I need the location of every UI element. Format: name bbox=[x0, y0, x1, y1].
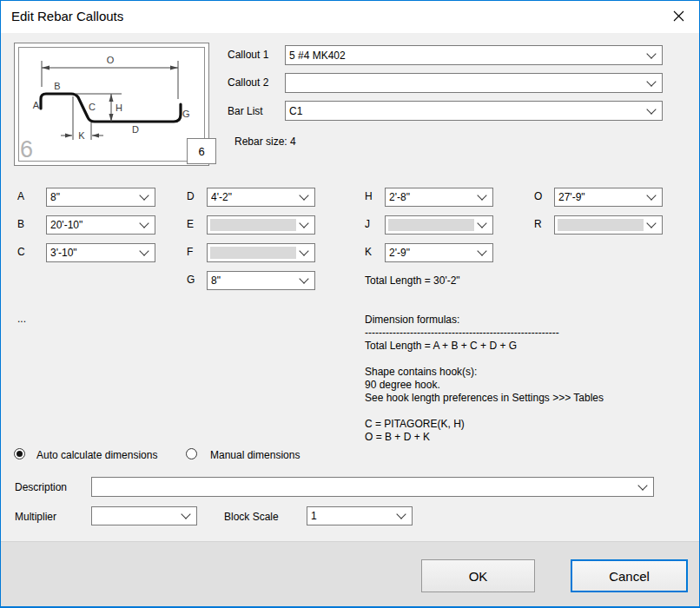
dim-b-label: B bbox=[17, 218, 24, 230]
chevron-down-icon bbox=[646, 76, 656, 86]
dim-j-label: J bbox=[365, 218, 370, 230]
chevron-down-icon bbox=[477, 190, 486, 200]
dim-e-select bbox=[207, 215, 315, 235]
chevron-down-icon bbox=[477, 246, 486, 255]
chevron-down-icon bbox=[139, 190, 149, 200]
rebar-size-text: Rebar size: 4 bbox=[234, 135, 296, 148]
close-icon bbox=[673, 10, 684, 22]
shape-number-box: 6 bbox=[187, 138, 216, 164]
auto-calculate-radio[interactable] bbox=[14, 448, 25, 459]
dim-c-select[interactable]: 3'-10" bbox=[46, 243, 155, 262]
formula-line: Dimension formulas: bbox=[365, 314, 604, 327]
dim-d-value: 4'-2" bbox=[211, 188, 297, 206]
rebar-shape-diagram: O A B C H K D G 6 bbox=[14, 43, 209, 166]
dim-h-value: 2'-8" bbox=[389, 188, 475, 206]
dim-f-value bbox=[211, 244, 297, 261]
bar-list-value: C1 bbox=[289, 102, 644, 120]
chevron-down-icon bbox=[181, 509, 190, 519]
chevron-down-icon bbox=[299, 274, 308, 283]
formula-line: See hook length preferences in Settings … bbox=[365, 392, 604, 405]
description-label: Description bbox=[15, 481, 67, 493]
dim-c-value: 3'-10" bbox=[50, 244, 137, 261]
dim-c-label: C bbox=[17, 246, 25, 258]
manual-dimensions-radio[interactable] bbox=[186, 448, 197, 459]
dim-g-select[interactable]: 8" bbox=[207, 271, 315, 290]
formula-line: Shape contains hook(s): bbox=[365, 366, 604, 379]
formula-line: C = PITAGORE(K, H) bbox=[365, 418, 604, 431]
dim-j-value bbox=[389, 216, 475, 234]
callout1-select[interactable]: 5 #4 MK402 bbox=[285, 45, 663, 65]
dim-r-select bbox=[554, 215, 663, 235]
block-scale-label: Block Scale bbox=[224, 511, 279, 523]
dim-o-label: O bbox=[534, 190, 542, 202]
chevron-down-icon bbox=[477, 218, 486, 228]
dim-j-select bbox=[385, 215, 493, 235]
dim-b-value: 20'-10" bbox=[50, 216, 137, 234]
dim-f-label: F bbox=[187, 246, 193, 258]
dim-r-value bbox=[558, 216, 644, 234]
dim-h-select[interactable]: 2'-8" bbox=[385, 188, 493, 207]
formula-divider: ----------------------------------------… bbox=[365, 327, 604, 340]
dimension-annotations bbox=[42, 61, 178, 140]
dim-o-value: 27'-9" bbox=[558, 188, 644, 206]
multiplier-label: Multiplier bbox=[15, 511, 56, 523]
chevron-down-icon bbox=[646, 218, 656, 228]
dim-f-select bbox=[207, 243, 315, 262]
formula-line bbox=[365, 405, 604, 418]
dim-h-label: H bbox=[365, 190, 373, 202]
block-scale-select[interactable]: 1 bbox=[307, 506, 413, 525]
diagram-label-a: A bbox=[33, 100, 40, 110]
chevron-down-icon bbox=[139, 246, 149, 255]
dim-a-select[interactable]: 8" bbox=[46, 188, 155, 207]
dim-d-label: D bbox=[187, 190, 195, 202]
description-value bbox=[96, 478, 636, 496]
dim-a-label: A bbox=[17, 190, 24, 202]
dim-r-label: R bbox=[534, 218, 542, 230]
bar-list-label: Bar List bbox=[228, 105, 263, 117]
multiplier-select[interactable] bbox=[91, 506, 197, 525]
block-scale-value: 1 bbox=[311, 507, 394, 525]
ok-button[interactable]: OK bbox=[421, 559, 535, 592]
diagram-label-h: H bbox=[116, 102, 122, 113]
chevron-down-icon bbox=[646, 49, 656, 58]
chevron-down-icon bbox=[299, 246, 308, 255]
dim-g-label: G bbox=[187, 274, 195, 286]
close-button[interactable] bbox=[659, 0, 698, 32]
cancel-button[interactable]: Cancel bbox=[571, 559, 688, 592]
dim-o-select[interactable]: 27'-9" bbox=[554, 188, 663, 207]
auto-calculate-label: Auto calculate dimensions bbox=[36, 449, 157, 461]
diagram-label-c: C bbox=[89, 102, 96, 112]
formula-line: O = B + D + K bbox=[365, 431, 604, 444]
diagram-label-o: O bbox=[107, 55, 115, 65]
callout2-label: Callout 2 bbox=[228, 76, 268, 89]
diagram-label-d: D bbox=[132, 124, 139, 135]
chevron-down-icon bbox=[637, 480, 647, 490]
callout1-label: Callout 1 bbox=[228, 49, 268, 61]
chevron-down-icon bbox=[646, 104, 656, 114]
titlebar: Edit Rebar Callouts bbox=[0, 0, 700, 33]
diagram-label-g: G bbox=[182, 109, 190, 119]
chevron-down-icon bbox=[139, 218, 149, 228]
dim-k-label: K bbox=[365, 246, 372, 258]
callout1-value: 5 #4 MK402 bbox=[289, 46, 644, 64]
dim-d-select[interactable]: 4'-2" bbox=[207, 188, 315, 207]
callout2-select[interactable] bbox=[285, 73, 663, 93]
diagram-label-k: K bbox=[78, 130, 85, 141]
bar-list-select[interactable]: C1 bbox=[285, 101, 663, 121]
shape-number-watermark: 6 bbox=[20, 136, 33, 162]
description-select[interactable] bbox=[91, 477, 654, 497]
multiplier-value bbox=[96, 507, 179, 525]
dim-b-select[interactable]: 20'-10" bbox=[46, 215, 155, 235]
dim-k-select[interactable]: 2'-9" bbox=[385, 243, 493, 262]
diagram-label-b: B bbox=[54, 81, 60, 91]
dim-e-label: E bbox=[187, 218, 194, 230]
dim-e-value bbox=[211, 216, 297, 234]
dimension-formulas-block: Dimension formulas: --------------------… bbox=[365, 314, 604, 444]
formula-line: Total Length = A + B + C + D + G bbox=[365, 340, 604, 353]
dim-g-value: 8" bbox=[211, 272, 297, 289]
callout2-value bbox=[289, 74, 644, 92]
edit-rebar-callouts-dialog: Edit Rebar Callouts bbox=[0, 0, 700, 608]
chevron-down-icon bbox=[396, 509, 406, 519]
chevron-down-icon bbox=[299, 218, 308, 228]
window-title: Edit Rebar Callouts bbox=[11, 9, 123, 23]
